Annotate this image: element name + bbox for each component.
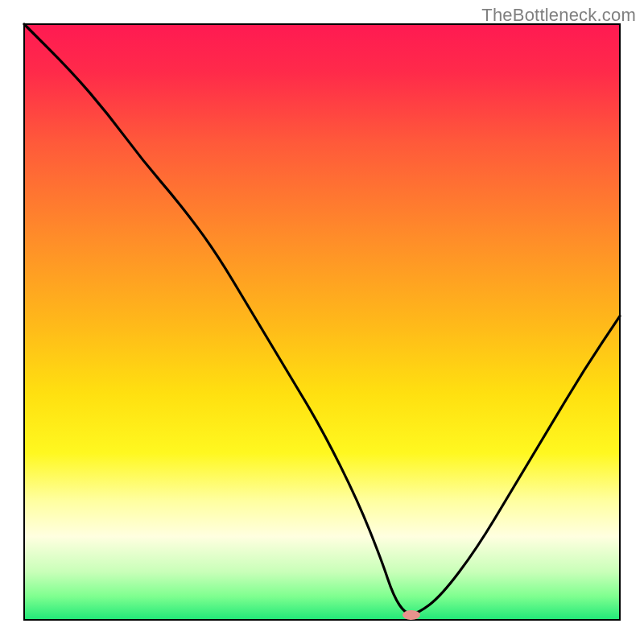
chart-container: TheBottleneck.com xyxy=(0,0,644,644)
gradient-background xyxy=(24,24,620,620)
watermark-text: TheBottleneck.com xyxy=(481,5,636,26)
bottleneck-chart xyxy=(0,0,644,644)
plot-area xyxy=(24,24,620,620)
optimal-point-marker xyxy=(402,610,420,620)
